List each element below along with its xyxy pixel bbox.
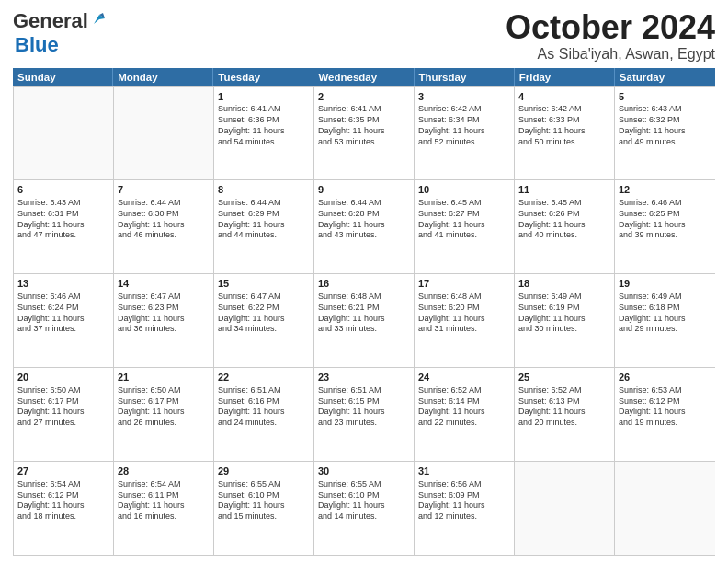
day-number: 2 (318, 90, 410, 104)
day-number: 26 (619, 371, 711, 385)
day-info: Sunrise: 6:41 AM Sunset: 6:36 PM Dayligh… (218, 104, 310, 147)
day-info: Sunrise: 6:46 AM Sunset: 6:25 PM Dayligh… (619, 198, 711, 241)
location-title: As Siba'iyah, Aswan, Egypt (506, 46, 715, 63)
day-number: 20 (17, 371, 109, 385)
day-number: 11 (518, 183, 610, 197)
day-cell-30: 30Sunrise: 6:55 AM Sunset: 6:10 PM Dayli… (314, 462, 415, 555)
day-number: 3 (418, 90, 510, 104)
weekday-header-tuesday: Tuesday (213, 68, 313, 86)
day-number: 30 (318, 465, 410, 478)
day-number: 4 (518, 90, 610, 104)
day-cell-7: 7Sunrise: 6:44 AM Sunset: 6:30 PM Daylig… (114, 180, 214, 273)
day-info: Sunrise: 6:52 AM Sunset: 6:13 PM Dayligh… (518, 385, 610, 429)
day-info: Sunrise: 6:44 AM Sunset: 6:29 PM Dayligh… (218, 198, 310, 241)
day-info: Sunrise: 6:52 AM Sunset: 6:14 PM Dayligh… (418, 385, 510, 429)
title-block: October 2024 As Siba'iyah, Aswan, Egypt (506, 9, 715, 63)
weekday-header-thursday: Thursday (415, 68, 515, 86)
day-cell-19: 19Sunrise: 6:49 AM Sunset: 6:18 PM Dayli… (615, 274, 715, 367)
day-cell-31: 31Sunrise: 6:56 AM Sunset: 6:09 PM Dayli… (415, 462, 515, 555)
day-number: 25 (518, 371, 610, 385)
page: General Blue October 2024 As Siba'iyah, … (0, 0, 728, 563)
day-cell-16: 16Sunrise: 6:48 AM Sunset: 6:21 PM Dayli… (314, 274, 415, 367)
week-row-4: 20Sunrise: 6:50 AM Sunset: 6:17 PM Dayli… (14, 368, 715, 462)
day-info: Sunrise: 6:42 AM Sunset: 6:33 PM Dayligh… (518, 104, 610, 147)
day-cell-18: 18Sunrise: 6:49 AM Sunset: 6:19 PM Dayli… (515, 274, 615, 367)
day-cell-12: 12Sunrise: 6:46 AM Sunset: 6:25 PM Dayli… (615, 180, 715, 273)
day-cell-3: 3Sunrise: 6:42 AM Sunset: 6:34 PM Daylig… (415, 87, 515, 180)
day-number: 17 (418, 277, 510, 291)
day-info: Sunrise: 6:55 AM Sunset: 6:10 PM Dayligh… (318, 479, 410, 523)
day-number: 5 (619, 90, 711, 104)
day-info: Sunrise: 6:45 AM Sunset: 6:26 PM Dayligh… (518, 198, 610, 241)
day-cell-20: 20Sunrise: 6:50 AM Sunset: 6:17 PM Dayli… (14, 368, 114, 461)
day-cell-29: 29Sunrise: 6:55 AM Sunset: 6:10 PM Dayli… (214, 462, 314, 555)
day-cell-13: 13Sunrise: 6:46 AM Sunset: 6:24 PM Dayli… (14, 274, 114, 367)
day-number: 10 (418, 183, 510, 197)
calendar: SundayMondayTuesdayWednesdayThursdayFrid… (13, 68, 715, 556)
weekday-header-saturday: Saturday (615, 68, 715, 86)
day-info: Sunrise: 6:50 AM Sunset: 6:17 PM Dayligh… (118, 385, 210, 429)
day-info: Sunrise: 6:51 AM Sunset: 6:15 PM Dayligh… (318, 385, 410, 429)
week-row-2: 6Sunrise: 6:43 AM Sunset: 6:31 PM Daylig… (14, 180, 715, 274)
day-cell-27: 27Sunrise: 6:54 AM Sunset: 6:12 PM Dayli… (14, 462, 114, 555)
day-info: Sunrise: 6:47 AM Sunset: 6:23 PM Dayligh… (118, 292, 210, 335)
day-info: Sunrise: 6:54 AM Sunset: 6:12 PM Dayligh… (17, 479, 109, 523)
day-info: Sunrise: 6:41 AM Sunset: 6:35 PM Dayligh… (318, 104, 410, 147)
day-number: 15 (218, 277, 310, 291)
day-info: Sunrise: 6:42 AM Sunset: 6:34 PM Dayligh… (418, 104, 510, 147)
header: General Blue October 2024 As Siba'iyah, … (13, 9, 715, 63)
day-cell-6: 6Sunrise: 6:43 AM Sunset: 6:31 PM Daylig… (14, 180, 114, 273)
day-info: Sunrise: 6:54 AM Sunset: 6:11 PM Dayligh… (118, 479, 210, 523)
day-cell-9: 9Sunrise: 6:44 AM Sunset: 6:28 PM Daylig… (314, 180, 415, 273)
day-cell-4: 4Sunrise: 6:42 AM Sunset: 6:33 PM Daylig… (515, 87, 615, 180)
day-number: 12 (619, 183, 711, 197)
day-info: Sunrise: 6:43 AM Sunset: 6:32 PM Dayligh… (619, 104, 711, 147)
day-number: 28 (118, 465, 210, 478)
day-number: 1 (218, 90, 310, 104)
day-cell-26: 26Sunrise: 6:53 AM Sunset: 6:12 PM Dayli… (615, 368, 715, 461)
month-title: October 2024 (506, 9, 715, 46)
day-number: 29 (218, 465, 310, 478)
day-info: Sunrise: 6:44 AM Sunset: 6:30 PM Dayligh… (118, 198, 210, 241)
day-cell-10: 10Sunrise: 6:45 AM Sunset: 6:27 PM Dayli… (415, 180, 515, 273)
day-info: Sunrise: 6:49 AM Sunset: 6:18 PM Dayligh… (619, 292, 711, 335)
day-info: Sunrise: 6:47 AM Sunset: 6:22 PM Dayligh… (218, 292, 310, 335)
day-cell-21: 21Sunrise: 6:50 AM Sunset: 6:17 PM Dayli… (114, 368, 214, 461)
day-number: 19 (619, 277, 711, 291)
day-info: Sunrise: 6:43 AM Sunset: 6:31 PM Dayligh… (17, 198, 109, 241)
day-cell-1: 1Sunrise: 6:41 AM Sunset: 6:36 PM Daylig… (214, 87, 314, 180)
day-number: 27 (17, 465, 109, 478)
day-number: 24 (418, 371, 510, 385)
day-cell-25: 25Sunrise: 6:52 AM Sunset: 6:13 PM Dayli… (515, 368, 615, 461)
empty-cell (515, 462, 615, 555)
week-row-5: 27Sunrise: 6:54 AM Sunset: 6:12 PM Dayli… (14, 462, 715, 556)
day-cell-28: 28Sunrise: 6:54 AM Sunset: 6:11 PM Dayli… (114, 462, 214, 555)
logo-blue: Blue (15, 33, 59, 56)
day-number: 23 (318, 371, 410, 385)
day-number: 21 (118, 371, 210, 385)
day-info: Sunrise: 6:53 AM Sunset: 6:12 PM Dayligh… (619, 385, 711, 429)
empty-cell (14, 87, 114, 180)
day-info: Sunrise: 6:56 AM Sunset: 6:09 PM Dayligh… (418, 479, 510, 523)
logo: General Blue (13, 9, 107, 57)
day-info: Sunrise: 6:51 AM Sunset: 6:16 PM Dayligh… (218, 385, 310, 429)
calendar-header: SundayMondayTuesdayWednesdayThursdayFrid… (13, 68, 715, 86)
day-number: 6 (17, 183, 109, 197)
day-info: Sunrise: 6:49 AM Sunset: 6:19 PM Dayligh… (518, 292, 610, 335)
day-cell-8: 8Sunrise: 6:44 AM Sunset: 6:29 PM Daylig… (214, 180, 314, 273)
day-info: Sunrise: 6:44 AM Sunset: 6:28 PM Dayligh… (318, 198, 410, 241)
empty-cell (114, 87, 214, 180)
weekday-header-sunday: Sunday (13, 68, 113, 86)
logo-general: General (13, 9, 88, 33)
day-cell-5: 5Sunrise: 6:43 AM Sunset: 6:32 PM Daylig… (615, 87, 715, 180)
day-info: Sunrise: 6:50 AM Sunset: 6:17 PM Dayligh… (17, 385, 109, 429)
day-info: Sunrise: 6:46 AM Sunset: 6:24 PM Dayligh… (17, 292, 109, 335)
day-number: 16 (318, 277, 410, 291)
day-cell-15: 15Sunrise: 6:47 AM Sunset: 6:22 PM Dayli… (214, 274, 314, 367)
day-number: 9 (318, 183, 410, 197)
day-info: Sunrise: 6:48 AM Sunset: 6:21 PM Dayligh… (318, 292, 410, 335)
day-number: 13 (17, 277, 109, 291)
weekday-header-friday: Friday (515, 68, 615, 86)
day-number: 31 (418, 465, 510, 478)
day-cell-23: 23Sunrise: 6:51 AM Sunset: 6:15 PM Dayli… (314, 368, 415, 461)
